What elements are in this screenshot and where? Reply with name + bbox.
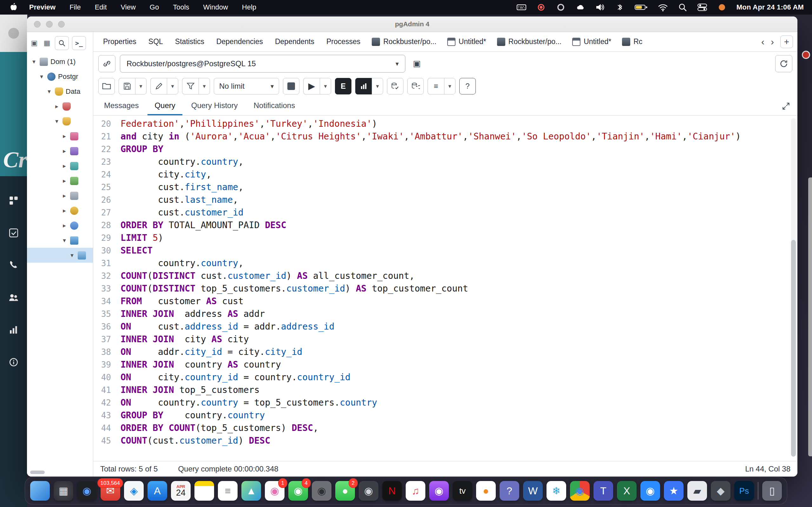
dock-dark-browser-icon[interactable]: ◉ bbox=[77, 481, 97, 501]
tab-scroll-right-icon[interactable]: › bbox=[771, 37, 774, 47]
tree-chevron-icon[interactable]: ▸ bbox=[61, 162, 67, 170]
query-tab-1[interactable]: Untitled* bbox=[443, 32, 491, 51]
tree-chevron-icon[interactable]: ▸ bbox=[61, 147, 67, 155]
minimize-button[interactable] bbox=[46, 21, 53, 27]
copy-connection-icon[interactable]: ▣ bbox=[410, 57, 424, 71]
commit-button[interactable] bbox=[387, 78, 403, 95]
dock-launchpad-icon[interactable]: ▦ bbox=[54, 481, 73, 501]
menu-window[interactable]: Window bbox=[203, 3, 228, 11]
menu-go[interactable]: Go bbox=[150, 3, 159, 11]
dock-calendar-icon[interactable]: APR24 bbox=[171, 481, 191, 501]
tree-item-dom-1-[interactable]: ▾Dom (1) bbox=[27, 54, 93, 69]
editor-scrollbar[interactable] bbox=[791, 118, 796, 457]
code-line[interactable]: 24 city.city, bbox=[93, 168, 789, 181]
code-line[interactable]: 28ORDER BY TOTAL_AMOUNT_PAID DESC bbox=[93, 219, 789, 232]
object-icon[interactable]: ▣ bbox=[30, 38, 39, 48]
subtab-notifications[interactable]: Notifications bbox=[247, 97, 302, 115]
code-line[interactable]: 35INNER JOIN address AS addr bbox=[93, 308, 789, 320]
dock-safari-icon[interactable]: ◈ bbox=[124, 481, 144, 501]
dock-maps-icon[interactable]: ▲ bbox=[241, 481, 261, 501]
tree-item[interactable]: ▸ bbox=[27, 218, 93, 233]
code-line[interactable]: 39INNER JOIN country AS country bbox=[93, 358, 789, 371]
dock-trash-icon[interactable]: ▯ bbox=[762, 481, 782, 501]
explain-menu-chevron[interactable]: ▾ bbox=[372, 78, 383, 95]
tree-chevron-icon[interactable]: ▸ bbox=[61, 132, 67, 140]
wifi-icon[interactable] bbox=[658, 2, 668, 12]
spotlight-icon[interactable] bbox=[677, 2, 688, 12]
dock-reminders-icon[interactable]: ≡ bbox=[218, 481, 238, 501]
keyboard-icon[interactable] bbox=[516, 2, 526, 12]
tab-statistics[interactable]: Statistics bbox=[170, 32, 210, 51]
save-menu-chevron[interactable]: ▾ bbox=[135, 78, 147, 95]
cloud-icon[interactable] bbox=[575, 2, 586, 12]
code-line[interactable]: 20Federation','Phillippines','Turkey','I… bbox=[93, 118, 789, 130]
edit-menu-chevron[interactable]: ▾ bbox=[167, 78, 178, 95]
code-line[interactable]: 37INNER JOIN city AS city bbox=[93, 333, 789, 346]
close-button[interactable] bbox=[34, 21, 41, 27]
dock-zoom-icon[interactable]: ◉ bbox=[641, 481, 660, 501]
macros-button[interactable]: ≡ bbox=[427, 78, 444, 95]
new-tab-button[interactable]: + bbox=[780, 36, 793, 48]
dock-gray-app-icon[interactable]: ◆ bbox=[711, 481, 730, 501]
code-line[interactable]: 43GROUP BY country.country bbox=[93, 409, 789, 422]
tree-item-postgr[interactable]: ▾Postgr bbox=[27, 69, 93, 84]
scrollbar-thumb[interactable] bbox=[791, 240, 796, 457]
code-line[interactable]: 26 cust.last_name, bbox=[93, 193, 789, 206]
menu-edit[interactable]: Edit bbox=[95, 3, 107, 11]
dock-orange-app-icon[interactable]: ● bbox=[476, 481, 496, 501]
menu-tools[interactable]: Tools bbox=[173, 3, 189, 11]
code-line[interactable]: 45COUNT(cust.customer_id) DESC bbox=[93, 435, 789, 447]
tab-processes[interactable]: Processes bbox=[321, 32, 366, 51]
dock-camera-icon[interactable]: ◉ bbox=[312, 481, 332, 501]
search-button[interactable] bbox=[55, 36, 69, 50]
zoom-button[interactable] bbox=[58, 21, 65, 27]
code-line[interactable]: 33COUNT(DISTINCT top_5_customers.custome… bbox=[93, 282, 789, 295]
tree-chevron-icon[interactable]: ▾ bbox=[31, 58, 37, 65]
dock-design-app-icon[interactable]: ▰ bbox=[687, 481, 707, 501]
menu-preview[interactable]: Preview bbox=[29, 3, 55, 11]
dock-snowflake-app-icon[interactable]: ❄ bbox=[547, 481, 566, 501]
tree-chevron-icon[interactable]: ▸ bbox=[61, 222, 67, 229]
query-tab-0[interactable]: Rockbuster/po... bbox=[367, 32, 441, 51]
tree-item[interactable]: ▸ bbox=[27, 173, 93, 188]
tree-item[interactable]: ▸ bbox=[27, 158, 93, 173]
query-tab-3[interactable]: Untitled* bbox=[567, 32, 616, 51]
connection-select[interactable]: Rockbuster/postgres@PostgreSQL 15 ▾ bbox=[120, 55, 405, 72]
code-line[interactable]: 36ON cust.address_id = addr.address_id bbox=[93, 320, 789, 333]
code-line[interactable]: 42ON country.country = top_5_customers.c… bbox=[93, 396, 789, 409]
edit-button[interactable] bbox=[150, 78, 167, 95]
tab-dependents[interactable]: Dependents bbox=[270, 32, 320, 51]
code-line[interactable]: 29LIMIT 5) bbox=[93, 232, 789, 244]
dock-photos-icon[interactable]: ◉1 bbox=[265, 481, 285, 501]
tree-chevron-icon[interactable]: ▸ bbox=[54, 103, 60, 110]
tree-chevron-icon[interactable]: ▾ bbox=[69, 251, 75, 259]
code-line[interactable]: 44ORDER BY COUNT(top_5_customers) DESC, bbox=[93, 422, 789, 435]
dock-notes-icon[interactable] bbox=[194, 481, 214, 501]
tree-item-data[interactable]: ▾Data bbox=[27, 84, 93, 99]
execute-menu-chevron[interactable]: ▾ bbox=[320, 78, 331, 95]
dock-help-icon[interactable]: ? bbox=[500, 481, 519, 501]
profile-icon[interactable] bbox=[717, 2, 727, 12]
menu-clock[interactable]: Mon Apr 24 1:06 AM bbox=[737, 3, 804, 11]
bluetooth-icon[interactable] bbox=[615, 2, 625, 12]
code-line[interactable]: 32COUNT(DISTINCT cust.customer_id) AS al… bbox=[93, 270, 789, 282]
tree-chevron-icon[interactable]: ▾ bbox=[61, 237, 67, 244]
dock-music-icon[interactable]: ♫ bbox=[406, 481, 425, 501]
sql-editor[interactable]: 20Federation','Phillippines','Turkey','I… bbox=[93, 116, 798, 461]
apple-menu-icon[interactable] bbox=[8, 2, 18, 12]
dock-photoshop-icon[interactable]: Ps bbox=[734, 481, 754, 501]
code-line[interactable]: 38ON addr.city_id = city.city_id bbox=[93, 346, 789, 358]
explain-analyze-button[interactable] bbox=[355, 78, 372, 95]
dock-podcasts-icon[interactable]: ◉ bbox=[429, 481, 449, 501]
filter-menu-chevron[interactable]: ▾ bbox=[199, 78, 210, 95]
code-line[interactable]: 27 cust.customer_id bbox=[93, 206, 789, 219]
tree-item[interactable]: ▸ bbox=[27, 203, 93, 218]
explain-button[interactable]: E bbox=[335, 78, 351, 95]
volume-icon[interactable] bbox=[595, 2, 605, 12]
tree-item[interactable]: ▸ bbox=[27, 129, 93, 144]
dock-tv-icon[interactable]: tv bbox=[453, 481, 472, 501]
control-center-icon[interactable] bbox=[697, 2, 707, 12]
subtab-messages[interactable]: Messages bbox=[97, 97, 146, 115]
menu-view[interactable]: View bbox=[121, 3, 136, 11]
help-button[interactable]: ? bbox=[459, 78, 476, 95]
